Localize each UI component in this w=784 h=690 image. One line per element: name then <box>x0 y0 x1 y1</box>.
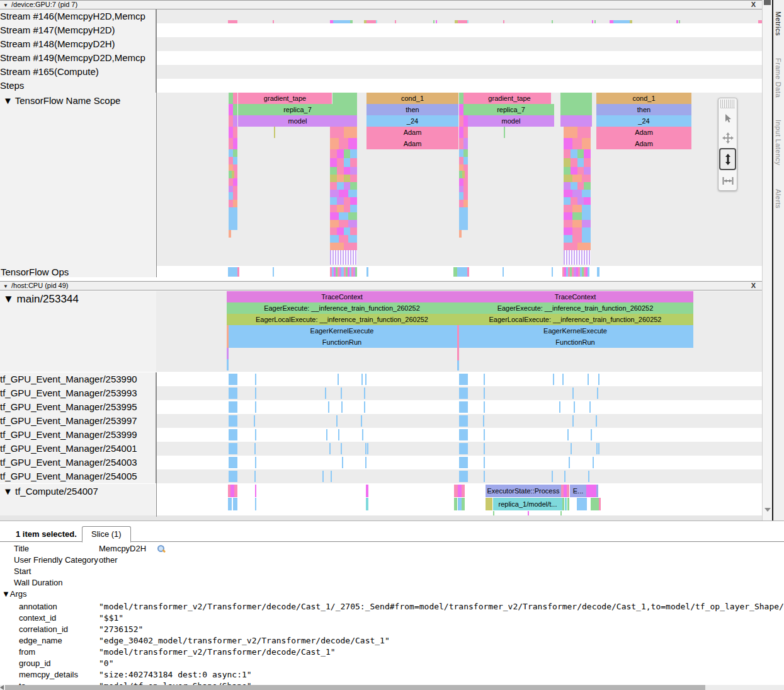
event-slice[interactable] <box>459 457 468 468</box>
event-tick[interactable] <box>326 429 327 440</box>
event-tick[interactable] <box>328 401 329 413</box>
ops-slice[interactable] <box>366 267 368 277</box>
compute-slice[interactable] <box>567 485 569 497</box>
zoom-tool-button[interactable] <box>719 148 736 170</box>
event-slice[interactable] <box>459 388 468 399</box>
event-slice[interactable] <box>229 429 237 440</box>
event-tick[interactable] <box>255 374 256 385</box>
event-tick[interactable] <box>254 471 256 482</box>
event-slice[interactable] <box>229 415 237 427</box>
compute-slice[interactable] <box>565 498 567 510</box>
compute-slice[interactable] <box>567 498 569 510</box>
compute-slice[interactable] <box>234 485 237 497</box>
compute-slice[interactable] <box>591 498 599 510</box>
timeline-canvas[interactable]: ▼/device:GPU:7 (pid 7)XStream #146(Memcp… <box>0 0 762 520</box>
compute-slice[interactable] <box>462 498 465 510</box>
name-scope-slice[interactable]: then <box>596 104 691 115</box>
name-scope-slice[interactable]: Adam <box>596 127 691 138</box>
event-slice[interactable] <box>459 443 468 454</box>
event-tick[interactable] <box>483 415 484 427</box>
event-tick[interactable] <box>342 457 343 468</box>
event-tick[interactable] <box>484 443 485 454</box>
host-slice[interactable]: EagerExecute: __inference_train_function… <box>227 302 457 314</box>
event-slice[interactable] <box>229 374 237 385</box>
close-button[interactable]: X <box>751 1 756 9</box>
compute-slice[interactable]: ExecutorState::Process <box>486 485 561 497</box>
event-tick[interactable] <box>559 401 560 413</box>
event-tick[interactable] <box>596 443 598 454</box>
compute-slice[interactable] <box>366 498 368 510</box>
event-slice[interactable] <box>459 401 468 413</box>
ops-slice[interactable] <box>467 267 469 277</box>
event-tick[interactable] <box>365 443 366 454</box>
args-section-header[interactable]: ▼Args <box>0 589 784 600</box>
event-tick[interactable] <box>336 415 338 427</box>
host-slice[interactable]: EagerKernelExecute <box>457 325 693 336</box>
collapse-triangle-icon[interactable]: ▼ <box>3 1 8 9</box>
event-tick[interactable] <box>325 388 326 399</box>
event-tick[interactable] <box>484 471 485 482</box>
event-tick[interactable] <box>341 443 342 454</box>
event-tick[interactable] <box>364 388 365 399</box>
event-tick[interactable] <box>598 374 599 385</box>
event-tick[interactable] <box>255 429 256 440</box>
ops-slice[interactable] <box>552 267 553 277</box>
event-tick[interactable] <box>562 374 564 385</box>
compute-slice[interactable] <box>454 498 457 510</box>
horizontal-scrollbar[interactable] <box>0 685 784 690</box>
name-scope-slice[interactable] <box>560 93 592 104</box>
compute-slice[interactable] <box>586 485 596 497</box>
row-label-tf-compute[interactable]: ▼ tf_Compute/254007 <box>3 486 98 497</box>
event-slice[interactable] <box>229 401 237 413</box>
event-tick[interactable] <box>552 471 553 482</box>
name-scope-slice[interactable] <box>274 127 275 138</box>
event-tick[interactable] <box>254 443 256 454</box>
event-tick[interactable] <box>484 401 485 413</box>
event-tick[interactable] <box>329 443 331 454</box>
name-scope-slice[interactable]: model <box>468 115 554 127</box>
event-tick[interactable] <box>564 471 565 482</box>
event-tick[interactable] <box>338 429 339 440</box>
host-slice[interactable]: TraceContext <box>457 291 693 302</box>
event-slice[interactable] <box>459 471 468 482</box>
event-tick[interactable] <box>364 401 365 413</box>
event-tick[interactable] <box>254 415 255 427</box>
selection-tool-button[interactable] <box>719 108 737 128</box>
event-slice[interactable] <box>229 388 237 399</box>
event-tick[interactable] <box>484 429 485 440</box>
magnifier-icon[interactable] <box>157 545 165 553</box>
name-scope-slice[interactable]: Adam <box>366 138 458 149</box>
sidebar-tab-alerts[interactable]: Alerts <box>775 189 782 209</box>
name-scope-slice[interactable] <box>332 93 357 104</box>
scroll-down-arrow-icon[interactable] <box>764 508 771 512</box>
compute-slice[interactable]: replica_1/model/t... <box>493 498 562 510</box>
event-tick[interactable] <box>484 388 485 399</box>
compute-slice[interactable] <box>228 498 232 510</box>
event-slice[interactable] <box>459 429 468 440</box>
ops-slice[interactable] <box>228 267 237 277</box>
ops-slice[interactable] <box>330 267 357 277</box>
name-scope-slice[interactable]: Adam <box>366 127 458 138</box>
close-button[interactable]: X <box>751 282 756 290</box>
host-slice[interactable]: EagerLocalExecute: __inference_train_fun… <box>457 314 693 325</box>
event-slice[interactable] <box>459 415 468 427</box>
event-tick[interactable] <box>569 457 570 468</box>
host-slice[interactable]: FunctionRun <box>227 336 457 348</box>
sidebar-tab-frame-data[interactable]: Frame Data <box>775 58 782 98</box>
event-tick[interactable] <box>255 457 256 468</box>
sidebar-tab-input-latency[interactable]: Input Latency <box>775 120 782 166</box>
event-tick[interactable] <box>365 374 366 385</box>
compute-slice[interactable] <box>366 485 368 497</box>
name-scope-slice[interactable]: replica_7 <box>468 104 554 115</box>
timing-tool-button[interactable] <box>719 171 737 190</box>
event-slice[interactable] <box>229 471 237 482</box>
host-slice[interactable]: TraceContext <box>227 291 457 302</box>
ops-slice[interactable] <box>562 267 589 277</box>
event-slice[interactable] <box>459 374 468 385</box>
name-scope-slice[interactable]: cond_1 <box>596 93 691 104</box>
collapse-triangle-icon[interactable]: ▼ <box>3 282 8 290</box>
name-scope-slice[interactable]: gradient_tape <box>468 93 551 104</box>
compute-slice[interactable] <box>599 498 601 510</box>
name-scope-slice[interactable] <box>504 127 505 138</box>
ops-slice[interactable] <box>273 267 274 277</box>
